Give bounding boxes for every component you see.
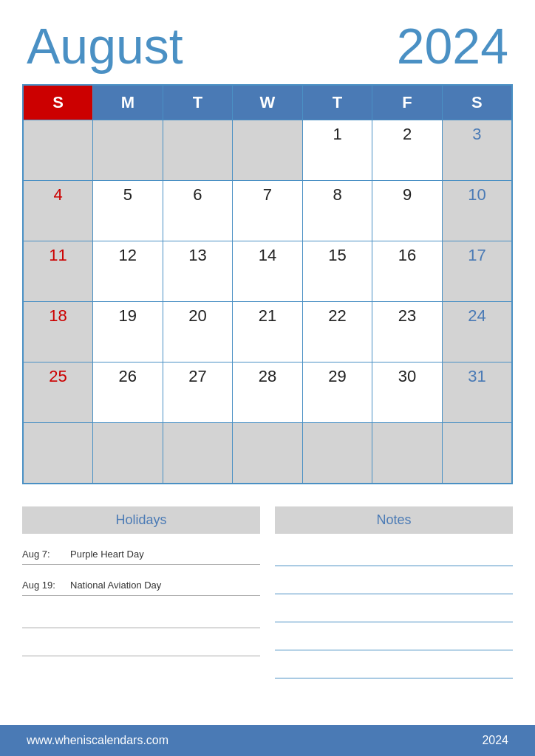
- note-line: [275, 656, 513, 678]
- day-cell: 24: [442, 302, 512, 362]
- header-monday: M: [93, 85, 163, 120]
- day-cell: [302, 423, 372, 484]
- notes-section: Notes: [275, 506, 513, 684]
- footer-year: 2024: [482, 734, 508, 747]
- day-cell: 9: [372, 181, 443, 241]
- day-cell: 17: [442, 241, 512, 302]
- list-item: Aug 7: Purple Heart Day: [22, 544, 260, 565]
- notes-title: Notes: [275, 506, 513, 534]
- day-cell: [372, 423, 443, 484]
- day-cell: 29: [302, 362, 372, 423]
- day-cell: 18: [23, 302, 93, 362]
- holiday-spacer: [22, 565, 260, 575]
- bottom-section: Holidays Aug 7: Purple Heart Day Aug 19:…: [0, 492, 535, 692]
- empty-line: [22, 606, 260, 628]
- table-row: 11 12 13 14 15 16 17: [23, 241, 512, 302]
- holiday-date: Aug 19:: [22, 580, 63, 591]
- holiday-name: National Aviation Day: [70, 580, 161, 591]
- note-line: [275, 572, 513, 594]
- day-cell: [93, 120, 163, 181]
- day-cell: 3: [442, 120, 512, 181]
- month-title: August: [27, 21, 183, 71]
- day-cell: 19: [93, 302, 163, 362]
- day-cell: 1: [302, 120, 372, 181]
- calendar-container: S M T W T F S 1 2 3: [0, 84, 535, 484]
- table-row: 1 2 3: [23, 120, 512, 181]
- day-cell: 10: [442, 181, 512, 241]
- day-cell: [233, 120, 303, 181]
- day-cell: 23: [372, 302, 443, 362]
- holidays-list: Aug 7: Purple Heart Day Aug 19: National…: [22, 544, 260, 656]
- day-cell: 8: [302, 181, 372, 241]
- day-cell: [442, 423, 512, 484]
- footer: www.wheniscalendars.com 2024: [0, 725, 535, 756]
- day-cell: [23, 120, 93, 181]
- day-cell: 5: [93, 181, 163, 241]
- table-row: 25 26 27 28 29 30 31: [23, 362, 512, 423]
- header-thursday: T: [302, 85, 372, 120]
- day-cell: [23, 423, 93, 484]
- day-cell: 28: [233, 362, 303, 423]
- day-cell: 26: [93, 362, 163, 423]
- day-cell: [163, 120, 233, 181]
- holidays-section: Holidays Aug 7: Purple Heart Day Aug 19:…: [22, 506, 260, 684]
- holiday-spacer: [22, 596, 260, 606]
- day-cell: 31: [442, 362, 512, 423]
- day-cell: 27: [163, 362, 233, 423]
- day-cell: 14: [233, 241, 303, 302]
- holiday-name: Purple Heart Day: [70, 549, 144, 560]
- day-cell: 2: [372, 120, 443, 181]
- table-row: 4 5 6 7 8 9 10: [23, 181, 512, 241]
- day-cell: 11: [23, 241, 93, 302]
- empty-line: [22, 634, 260, 656]
- header: August 2024: [0, 0, 535, 84]
- day-cell: 7: [233, 181, 303, 241]
- header-sunday: S: [23, 85, 93, 120]
- note-line: [275, 544, 513, 566]
- day-cell: 16: [372, 241, 443, 302]
- table-row: 18 19 20 21 22 23 24: [23, 302, 512, 362]
- day-cell: 13: [163, 241, 233, 302]
- table-row: [23, 423, 512, 484]
- day-cell: 30: [372, 362, 443, 423]
- note-line: [275, 600, 513, 622]
- header-friday: F: [372, 85, 443, 120]
- notes-lines: [275, 544, 513, 678]
- footer-url: www.wheniscalendars.com: [27, 734, 168, 747]
- day-cell: [93, 423, 163, 484]
- day-cell: 20: [163, 302, 233, 362]
- day-cell: 21: [233, 302, 303, 362]
- day-cell: 22: [302, 302, 372, 362]
- header-wednesday: W: [233, 85, 303, 120]
- day-cell: [163, 423, 233, 484]
- day-cell: 4: [23, 181, 93, 241]
- header-tuesday: T: [163, 85, 233, 120]
- list-item: Aug 19: National Aviation Day: [22, 575, 260, 596]
- weekday-header-row: S M T W T F S: [23, 85, 512, 120]
- day-cell: 25: [23, 362, 93, 423]
- calendar-page: August 2024 S M T W T F S: [0, 0, 535, 756]
- note-line: [275, 628, 513, 650]
- day-cell: 15: [302, 241, 372, 302]
- day-cell: [233, 423, 303, 484]
- holidays-title: Holidays: [22, 506, 260, 534]
- day-cell: 12: [93, 241, 163, 302]
- holiday-date: Aug 7:: [22, 549, 63, 560]
- day-cell: 6: [163, 181, 233, 241]
- header-saturday: S: [442, 85, 512, 120]
- year-title: 2024: [397, 21, 508, 71]
- calendar-table: S M T W T F S 1 2 3: [22, 84, 513, 484]
